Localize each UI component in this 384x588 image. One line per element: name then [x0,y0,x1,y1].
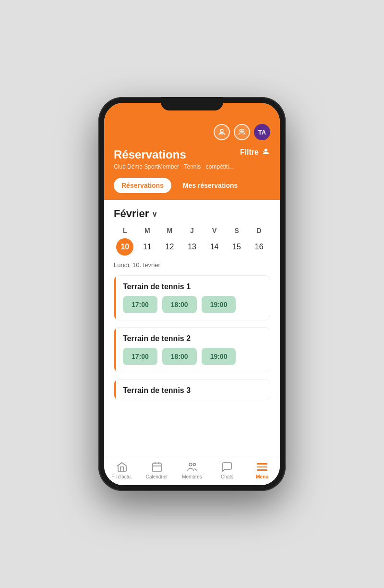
day-M1: M [136,227,159,234]
day-J: J [181,227,204,234]
court-card-3: Terrain de tennis 3 [114,379,270,400]
day-D: D [248,227,270,234]
court-name-2: Terrain de tennis 2 [114,328,270,348]
time-slots-2: 17:00 18:00 19:00 [114,348,270,372]
cal-date-13[interactable]: 13 [183,238,201,256]
cal-date-12[interactable]: 12 [161,238,178,256]
home-icon [116,461,128,473]
nav-label-cal: Calendrier [146,474,168,479]
court-card-1: Terrain de tennis 1 17:00 18:00 19:00 [114,275,270,320]
day-V: V [203,227,226,234]
chat-icon [221,461,233,473]
main-content: Février ∨ L M M J V S D 10 11 12 [104,200,280,457]
court-name-1: Terrain de tennis 1 [114,276,270,296]
group-icon-btn[interactable] [234,124,250,140]
calendar-icon [151,461,163,473]
nav-label-membres: Membres [182,474,202,479]
cal-date-16[interactable]: 16 [251,238,268,256]
slot-2-1800[interactable]: 18:00 [162,348,197,365]
calendar-dates: 10 11 12 13 14 15 16 [114,238,270,256]
cal-date-11[interactable]: 11 [139,238,156,256]
svg-point-9 [189,463,192,466]
nav-menu[interactable]: Menu [249,461,276,479]
page-title-row: Réservations Filtre [114,148,270,161]
header-area: TA Réservations Filtre Club Démo SportMe… [104,103,280,200]
svg-point-4 [265,149,267,151]
slot-1-1800[interactable]: 18:00 [162,296,197,313]
svg-rect-5 [153,463,161,472]
day-M2: M [158,227,181,234]
slot-1-1900[interactable]: 19:00 [202,296,236,313]
day-S: S [226,227,248,234]
filter-button[interactable]: Filtre [240,148,270,157]
user-avatar[interactable]: TA [254,124,270,140]
page-title: Réservations [114,148,186,161]
month-header[interactable]: Février ∨ [114,208,270,220]
tab-mes-reservations[interactable]: Mes réservations [175,178,245,193]
phone-frame: TA Réservations Filtre Club Démo SportMe… [98,97,286,491]
svg-rect-1 [220,133,223,134]
svg-point-3 [242,130,244,132]
day-L: L [114,227,136,234]
top-icons: TA [114,122,270,140]
page-subtitle: Club Démo SportMember - Tennis - compéti… [114,163,270,170]
nav-membres[interactable]: Membres [179,461,205,479]
bottom-nav: Fil d'actu. Calendrier Membres Chats [104,457,280,485]
court-name-3: Terrain de tennis 3 [114,380,270,400]
cal-date-10[interactable]: 10 [116,238,133,256]
nav-label-menu: Menu [256,474,268,479]
nav-label-chats: Chats [221,474,233,479]
calendar-grid: L M M J V S D 10 11 12 13 14 15 16 [114,227,270,256]
court-card-2: Terrain de tennis 2 17:00 18:00 19:00 [114,327,270,372]
badge-icon-btn[interactable] [214,124,230,140]
nav-chats[interactable]: Chats [214,461,240,479]
calendar-day-headers: L M M J V S D [114,227,270,234]
cal-date-14[interactable]: 14 [206,238,223,256]
nav-calendrier[interactable]: Calendrier [144,461,170,479]
phone-notch [161,97,223,110]
tab-reservations[interactable]: Réservations [114,178,171,193]
nav-fil-actu[interactable]: Fil d'actu. [108,461,135,479]
slot-2-1700[interactable]: 17:00 [123,348,157,365]
slot-1-1700[interactable]: 17:00 [123,296,157,313]
chevron-down-icon: ∨ [152,209,157,219]
selected-date-label: Lundi, 10. février [114,261,270,269]
tabs-row: Réservations Mes réservations [114,178,270,200]
phone-screen: TA Réservations Filtre Club Démo SportMe… [104,103,280,485]
time-slots-1: 17:00 18:00 19:00 [114,296,270,320]
cal-date-15[interactable]: 15 [228,238,245,256]
slot-2-1900[interactable]: 19:00 [202,348,236,365]
svg-point-10 [193,464,195,466]
menu-icon [256,461,268,473]
svg-point-0 [220,129,223,132]
members-icon [186,461,198,473]
nav-label-fil: Fil d'actu. [111,474,132,479]
